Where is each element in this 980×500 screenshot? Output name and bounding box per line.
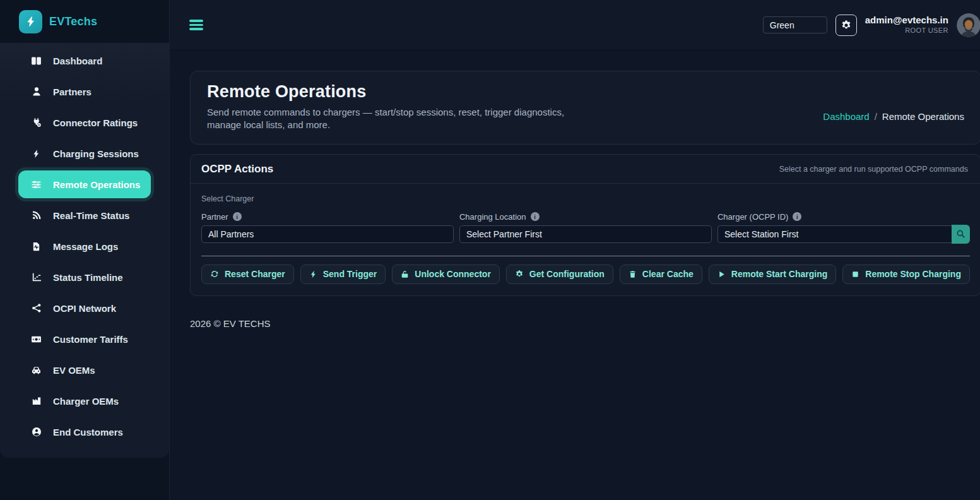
dashboard-icon	[30, 56, 42, 66]
sidebar-item-label: Charging Sessions	[53, 148, 139, 159]
user-info: admin@evtechs.in ROOT USER	[865, 15, 948, 35]
sidebar-item-label: Status Timeline	[53, 272, 123, 283]
clear-cache-button[interactable]: Clear Cache	[620, 265, 702, 284]
sidebar-item-label: OCPI Network	[53, 303, 116, 314]
charger-oems-icon	[30, 396, 42, 406]
sidebar-item-end-customers[interactable]: End Customers	[18, 418, 151, 446]
topbar: admin@evtechs.in ROOT USER	[170, 0, 980, 51]
panel-title: OCPP Actions	[201, 163, 273, 176]
play-icon	[717, 270, 726, 278]
sidebar-item-connector-ratings[interactable]: Connector Ratings	[18, 109, 151, 136]
message-logs-icon	[30, 242, 42, 251]
sidebar-item-message-logs[interactable]: Message Logs	[18, 232, 151, 260]
brand-name: EVTechs	[49, 15, 97, 28]
divider	[201, 256, 970, 256]
bolt-logo-icon	[19, 10, 42, 33]
settings-button[interactable]	[835, 15, 857, 36]
ocpp-action-buttons: Reset Charger Send Trigger Unlock Connec…	[201, 265, 970, 284]
charger-ocpp-id-field-label: Charger (OCPP ID)	[717, 212, 788, 222]
reset-icon	[210, 270, 219, 278]
remote-start-charging-button[interactable]: Remote Start Charging	[709, 265, 836, 284]
remote-operations-icon	[30, 179, 42, 190]
breadcrumb-separator: /	[875, 111, 877, 122]
sidebar-item-label: Message Logs	[53, 241, 118, 252]
page-subtitle: Send remote commands to chargers — start…	[207, 106, 570, 131]
real-time-status-icon	[30, 210, 42, 220]
sidebar-item-remote-operations[interactable]: Remote Operations	[18, 170, 151, 198]
end-customers-icon	[30, 427, 42, 437]
info-icon[interactable]: i	[531, 212, 540, 221]
unlock-icon	[401, 270, 409, 278]
ocpi-network-icon	[30, 303, 42, 313]
unlock-connector-button[interactable]: Unlock Connector	[392, 265, 500, 284]
sidebar-item-label: Dashboard	[53, 56, 102, 66]
charger-ocpp-id-select[interactable]	[717, 225, 952, 243]
main-area: admin@evtechs.in ROOT USER	[170, 0, 980, 500]
sidebar-item-customer-tariffs[interactable]: Customer Tariffs	[18, 325, 151, 353]
ocpp-actions-panel: OCPP Actions Select a charger and run su…	[190, 154, 980, 296]
sidebar-item-partners[interactable]: Partners	[18, 78, 151, 105]
ev-oems-icon	[30, 365, 42, 376]
user-role-badge: ROOT USER	[865, 27, 948, 35]
avatar[interactable]	[957, 13, 980, 37]
sidebar-item-label: Partners	[53, 86, 92, 97]
sidebar-menu: Dashboard Partners Connector Ratings Cha…	[0, 43, 169, 458]
info-icon[interactable]: i	[793, 212, 801, 221]
sidebar-item-label: Customer Tariffs	[53, 334, 128, 345]
breadcrumb-current: Remote Operations	[882, 111, 964, 122]
charging-sessions-icon	[30, 149, 42, 158]
trash-icon	[629, 270, 637, 278]
info-icon[interactable]: i	[233, 212, 242, 221]
partners-icon	[30, 86, 42, 97]
charging-location-field-label: Charging Location	[459, 212, 526, 222]
charger-search-button[interactable]	[952, 225, 970, 244]
breadcrumb-dashboard-link[interactable]: Dashboard	[823, 111, 869, 122]
menu-toggle-button[interactable]	[189, 20, 203, 30]
search-icon	[956, 229, 965, 239]
gear-icon	[841, 20, 852, 31]
sidebar-item-label: Real-Time Status	[53, 210, 129, 221]
sidebar-item-label: Connector Ratings	[53, 117, 138, 128]
breadcrumb: Dashboard / Remote Operations	[823, 102, 964, 131]
charging-location-select[interactable]	[459, 225, 712, 243]
brand-logo[interactable]: EVTechs	[0, 0, 169, 43]
stop-icon	[851, 270, 859, 278]
sidebar-item-dashboard[interactable]: Dashboard	[18, 47, 151, 74]
sidebar-item-charger-oems[interactable]: Charger OEMs	[18, 387, 151, 415]
page-title: Remote Operations	[207, 82, 570, 102]
select-charger-label: Select Charger	[201, 194, 970, 203]
panel-hint: Select a charger and run supported OCPP …	[779, 165, 968, 174]
charger-select-fields: Partner i Charging Location i	[201, 212, 970, 244]
reset-charger-button[interactable]: Reset Charger	[201, 265, 294, 284]
sidebar-item-real-time-status[interactable]: Real-Time Status	[18, 201, 151, 229]
user-email: admin@evtechs.in	[865, 15, 948, 27]
sidebar-item-ocpi-network[interactable]: OCPI Network	[18, 294, 151, 322]
get-configuration-button[interactable]: Get Configuration	[506, 265, 613, 284]
page-content: Remote Operations Send remote commands t…	[170, 51, 980, 500]
sidebar-item-charging-sessions[interactable]: Charging Sessions	[18, 140, 151, 167]
sidebar-item-label: EV OEMs	[53, 365, 95, 376]
footer-copyright: 2026 © EV TECHS	[190, 318, 980, 329]
sidebar-item-label: Charger OEMs	[53, 396, 119, 407]
send-trigger-button[interactable]: Send Trigger	[300, 265, 386, 284]
sidebar-item-label: Remote Operations	[53, 179, 140, 190]
status-timeline-icon	[30, 272, 42, 282]
partner-field-label: Partner	[201, 212, 228, 222]
region-input[interactable]	[763, 16, 827, 33]
sidebar-item-status-timeline[interactable]: Status Timeline	[18, 263, 151, 291]
sidebar-item-ev-oems[interactable]: EV OEMs	[18, 356, 151, 384]
page-header-card: Remote Operations Send remote commands t…	[190, 71, 980, 145]
bolt-icon	[309, 270, 317, 278]
remote-stop-charging-button[interactable]: Remote Stop Charging	[842, 265, 970, 284]
partner-select[interactable]	[201, 225, 454, 243]
sidebar-item-label: End Customers	[53, 427, 123, 437]
connector-ratings-icon	[30, 117, 42, 128]
gear-icon	[515, 270, 524, 278]
sidebar: EVTechs Dashboard Partners Connector Rat…	[0, 0, 170, 500]
customer-tariffs-icon	[30, 334, 42, 345]
